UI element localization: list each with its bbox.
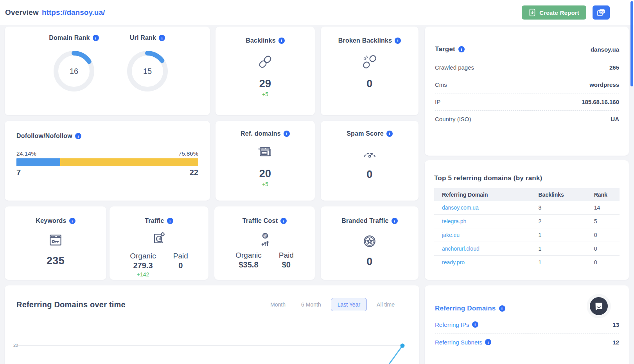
target-label: Target [435, 45, 455, 53]
keyword-browser-icon [47, 233, 64, 249]
domain-rank-gauge: 16 [53, 50, 95, 92]
row-value: UA [611, 116, 619, 122]
table-row: jake.eu 1 0 [434, 228, 620, 242]
traffic-organic-value: 279.3 [133, 261, 153, 270]
target-url-link[interactable]: https://dansoy.ua/ [42, 8, 105, 17]
referring-domain-link[interactable]: ready.pro [442, 259, 465, 265]
info-icon[interactable] [75, 133, 81, 139]
referring-subnets-row: Referring Subnets 12 [435, 333, 619, 351]
col-referring-domain: Referring Domain [434, 188, 530, 201]
tab-month[interactable]: Month [264, 298, 291, 311]
cell-rank: 14 [586, 201, 620, 215]
y-axis-label-20: 20 [13, 343, 18, 348]
row-label: Crawled pages [435, 64, 474, 71]
nofollow-count: 22 [190, 168, 198, 177]
dofollow-ratio-bar [16, 158, 198, 166]
svg-text:PDF: PDF [600, 11, 605, 13]
referring-domain-link[interactable]: telegra.ph [442, 218, 466, 224]
row-label: IP [435, 99, 440, 105]
info-icon[interactable] [278, 38, 285, 44]
referring-domain-link[interactable]: jake.eu [442, 232, 460, 238]
cell-backlinks: 1 [530, 256, 586, 269]
top5-title: Top 5 referring domains (by rank) [434, 174, 620, 182]
row-value: wordpress [589, 81, 619, 88]
info-icon[interactable] [395, 38, 401, 44]
info-icon[interactable] [472, 321, 478, 328]
cost-paid-value: $0 [282, 260, 291, 269]
cost-paid-label: Paid [279, 251, 294, 260]
ref-domains-delta: +5 [262, 181, 268, 187]
top-header: Overview https://dansoy.ua/ Create Repor… [0, 0, 634, 25]
referring-subnets-value: 12 [612, 339, 619, 346]
referring-domains-title: Referring Domains [435, 305, 496, 312]
row-label: Referring Subnets [435, 339, 482, 346]
target-panel: Target dansoy.ua Crawled pages 265 Cms w… [425, 27, 629, 156]
scrollbar-thumb[interactable] [630, 1, 633, 86]
info-icon[interactable] [386, 131, 393, 137]
referring-subnets-link[interactable]: Referring Subnets [435, 339, 491, 346]
referring-domain-link[interactable]: dansoy.com.ua [442, 204, 479, 211]
traffic-cost-label: Traffic Cost [242, 217, 278, 224]
domain-rank-value: 16 [53, 50, 95, 92]
website-window-icon: www [257, 144, 273, 162]
chat-bubble-icon [594, 301, 603, 311]
target-row-cms: Cms wordpress [435, 76, 619, 93]
pdf-export-button[interactable]: PDF [593, 5, 610, 20]
info-icon[interactable] [167, 218, 173, 224]
chat-widget-button[interactable] [590, 297, 608, 315]
backlinks-value: 29 [259, 78, 271, 90]
info-icon[interactable] [392, 218, 398, 224]
broken-backlinks-card: Broken Backlinks 0 [321, 27, 418, 115]
info-icon[interactable] [284, 131, 290, 137]
info-icon[interactable] [159, 35, 165, 41]
traffic-organic-label: Organic [130, 252, 156, 260]
target-value: dansoy.ua [591, 46, 619, 53]
info-icon[interactable] [499, 305, 505, 312]
info-icon[interactable] [93, 35, 99, 41]
url-rank-gauge: 15 [126, 50, 169, 92]
branded-traffic-value: 0 [366, 256, 372, 268]
star-badge-icon [361, 233, 378, 251]
info-icon[interactable] [458, 46, 465, 52]
broken-backlinks-value: 0 [366, 78, 372, 90]
chain-link-icon [257, 54, 273, 72]
referring-domains-chart-panel: Referring Domains over time Month 6 Mont… [5, 285, 419, 364]
page-title: Overview [5, 8, 39, 17]
info-icon[interactable] [485, 339, 491, 345]
tab-last-year[interactable]: Last Year [331, 298, 367, 311]
cell-backlinks: 1 [530, 242, 586, 256]
url-rank-value: 15 [126, 50, 169, 92]
info-icon[interactable] [69, 218, 75, 224]
traffic-label: Traffic [145, 217, 164, 224]
referring-ips-link[interactable]: Referring IPs [435, 321, 478, 328]
money-growth-icon: $ [258, 232, 272, 249]
cell-backlinks: 2 [530, 215, 586, 228]
svg-text:$: $ [264, 235, 266, 237]
backlinks-label: Backlinks [246, 37, 276, 44]
referring-domain-link[interactable]: anchorurl.cloud [442, 246, 480, 252]
table-row: dansoy.com.ua 3 14 [434, 201, 620, 215]
report-download-icon [529, 9, 536, 16]
chart-range-tabs: Month 6 Month Last Year All time [264, 298, 401, 311]
tab-6-month[interactable]: 6 Month [295, 298, 327, 311]
backlinks-card: Backlinks 29 +5 [216, 27, 315, 115]
broken-chain-icon [361, 54, 378, 72]
info-icon[interactable] [280, 218, 287, 224]
cell-rank: 5 [586, 215, 620, 228]
branded-traffic-card: Branded Traffic 0 [321, 206, 418, 280]
traffic-card: Traffic Organic 279.3 +142 Paid 0 [110, 206, 208, 280]
cell-rank: 0 [586, 228, 620, 242]
row-label: Country (ISO) [435, 116, 471, 122]
dofollow-segment [16, 158, 60, 166]
chart-title: Referring Domains over time [16, 300, 126, 309]
target-row-ip: IP 185.68.16.160 [435, 93, 619, 110]
cell-backlinks: 1 [530, 228, 586, 242]
rank-card: Domain Rank 16 Url Rank 15 [5, 27, 210, 115]
create-report-button[interactable]: Create Report [522, 5, 586, 20]
backlinks-delta: +5 [262, 91, 268, 97]
referring-ips-value: 13 [612, 321, 619, 328]
spam-score-label: Spam Score [347, 130, 383, 137]
create-report-label: Create Report [539, 9, 579, 16]
tab-all-time[interactable]: All time [371, 298, 401, 311]
spam-score-value: 0 [366, 169, 372, 181]
